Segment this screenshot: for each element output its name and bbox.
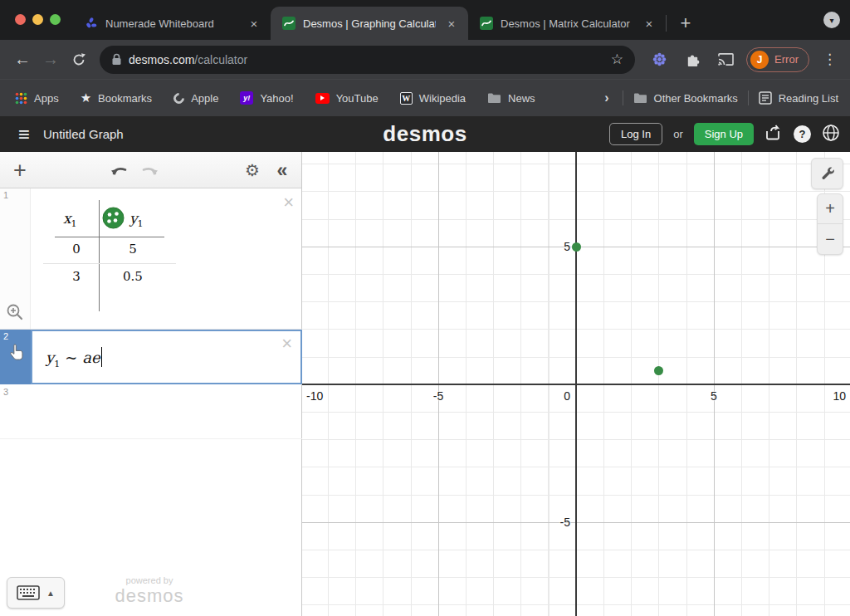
bookmark-label: Wikipedia bbox=[419, 92, 466, 105]
tab-desmos-matrix[interactable]: Desmos | Matrix Calculator × bbox=[468, 7, 666, 40]
y-tick-label: -5 bbox=[560, 516, 570, 529]
tabs: Numerade Whiteboard × Desmos | Graphing … bbox=[73, 7, 667, 40]
language-globe-icon[interactable] bbox=[822, 124, 840, 145]
hand-cursor-icon bbox=[9, 344, 23, 364]
reading-list[interactable]: Reading List bbox=[759, 91, 838, 105]
undo-button[interactable] bbox=[106, 152, 133, 188]
graph-title[interactable]: Untitled Graph bbox=[43, 127, 124, 141]
delete-row-icon[interactable]: × bbox=[281, 333, 292, 354]
numerade-favicon bbox=[85, 17, 98, 30]
desmos-favicon bbox=[480, 17, 493, 30]
tab-search-button[interactable]: ▾ bbox=[823, 12, 840, 28]
bookmark-youtube[interactable]: YouTube bbox=[315, 92, 379, 105]
desmos-favicon bbox=[282, 17, 296, 30]
graph-settings-wrench-button[interactable] bbox=[811, 158, 843, 189]
bookmark-bookmarks[interactable]: ★ Bookmarks bbox=[81, 90, 152, 105]
bookmark-label: Apps bbox=[34, 92, 59, 105]
redo-button[interactable] bbox=[136, 152, 163, 188]
bookmark-label: Apple bbox=[191, 92, 218, 105]
tab-close-icon[interactable]: × bbox=[246, 15, 262, 32]
profile-avatar: J bbox=[750, 51, 769, 69]
bookmarks-overflow-chevron[interactable]: › bbox=[601, 90, 612, 105]
url-path: /calculator bbox=[194, 53, 247, 66]
table-column-header-y1[interactable]: y1 bbox=[129, 210, 144, 229]
expression-input[interactable]: y1 ~ ae × bbox=[31, 330, 302, 384]
toolbar-extension-icons: J Error ⋮ bbox=[647, 47, 842, 72]
bookmark-label: Other Bookmarks bbox=[654, 92, 738, 105]
address-bar[interactable]: desmos.com/calculator ☆ bbox=[100, 46, 635, 74]
delete-row-icon[interactable]: × bbox=[283, 192, 294, 213]
zoom-out-button[interactable]: − bbox=[818, 224, 843, 254]
profile-status-label: Error bbox=[774, 53, 799, 66]
minimize-window-button[interactable] bbox=[32, 14, 43, 25]
cast-icon[interactable] bbox=[713, 47, 738, 72]
tab-title: Desmos | Matrix Calculator bbox=[501, 17, 633, 30]
new-tab-button[interactable]: + bbox=[673, 11, 698, 36]
x-tick-label: 5 bbox=[711, 389, 717, 403]
tab-close-icon[interactable]: × bbox=[641, 15, 657, 32]
table-cell[interactable]: 0 bbox=[60, 242, 93, 257]
table-cell[interactable]: 0.5 bbox=[116, 269, 149, 284]
keyboard-toggle-button[interactable]: ▲ bbox=[7, 577, 65, 609]
data-point[interactable] bbox=[654, 366, 663, 375]
tab-numerade-whiteboard[interactable]: Numerade Whiteboard × bbox=[73, 7, 271, 40]
tab-separator bbox=[666, 15, 667, 32]
log-in-button[interactable]: Log In bbox=[609, 123, 662, 145]
divider bbox=[748, 90, 749, 105]
bookmark-apple[interactable]: Apple bbox=[173, 92, 218, 105]
sign-up-button[interactable]: Sign Up bbox=[694, 123, 754, 145]
reading-list-icon bbox=[759, 91, 772, 105]
row-index: 1 bbox=[3, 190, 8, 200]
extension-flower-icon[interactable] bbox=[647, 47, 672, 72]
folder-icon bbox=[633, 92, 647, 104]
table-column-header-x1[interactable]: x1 bbox=[63, 210, 77, 229]
other-bookmarks[interactable]: Other Bookmarks bbox=[633, 92, 738, 105]
extensions-puzzle-icon[interactable] bbox=[680, 47, 705, 72]
add-expression-button[interactable]: + bbox=[7, 152, 33, 188]
star-icon: ★ bbox=[81, 90, 91, 105]
point-style-icon[interactable] bbox=[102, 207, 125, 229]
y-tick-label: 5 bbox=[564, 240, 570, 253]
divider bbox=[623, 90, 623, 105]
share-icon[interactable] bbox=[765, 125, 783, 144]
expression-row-selected[interactable]: 2 y1 ~ ae × bbox=[0, 330, 302, 384]
data-point[interactable] bbox=[572, 242, 581, 252]
keyboard-icon bbox=[17, 585, 40, 600]
profile-chip[interactable]: J Error bbox=[746, 47, 809, 72]
bookmark-star-icon[interactable]: ☆ bbox=[608, 51, 627, 68]
zoom-controls: + − bbox=[817, 193, 843, 255]
hamburger-menu-icon[interactable]: ≡ bbox=[10, 123, 38, 146]
zoom-in-button[interactable]: + bbox=[818, 194, 843, 224]
table-cell[interactable]: 5 bbox=[116, 242, 149, 257]
x-tick-label: 10 bbox=[833, 389, 846, 403]
bookmark-wikipedia[interactable]: W Wikipedia bbox=[400, 92, 466, 105]
browser-menu-icon[interactable]: ⋮ bbox=[818, 51, 842, 68]
expression-toolbar: + ⚙ « bbox=[0, 152, 301, 188]
url-domain: desmos.com bbox=[129, 53, 194, 66]
folder-icon bbox=[487, 92, 501, 104]
row-index: 2 bbox=[3, 331, 8, 341]
bookmark-news[interactable]: News bbox=[487, 92, 535, 105]
help-icon[interactable]: ? bbox=[794, 125, 811, 143]
bookmark-yahoo[interactable]: y! Yahoo! bbox=[240, 91, 293, 105]
zoom-fit-button[interactable] bbox=[6, 303, 24, 325]
bookmark-apps[interactable]: Apps bbox=[15, 92, 59, 105]
maximize-window-button[interactable] bbox=[50, 14, 61, 25]
table-cell[interactable]: 3 bbox=[60, 269, 93, 284]
bookmark-label: Reading List bbox=[779, 92, 838, 105]
graph-settings-button[interactable]: ⚙ bbox=[239, 152, 266, 188]
expression-row-empty[interactable]: 3 bbox=[0, 384, 302, 439]
graph-canvas[interactable]: + − -10-505105-5 bbox=[302, 152, 850, 616]
close-window-button[interactable] bbox=[15, 14, 26, 25]
expression-row-table[interactable]: 1 x1 y1 0 5 3 0.5 × bbox=[0, 188, 302, 330]
forward-button[interactable]: → bbox=[37, 46, 65, 74]
tab-close-icon[interactable]: × bbox=[443, 15, 460, 32]
apps-grid-icon bbox=[15, 92, 27, 105]
back-button[interactable]: ← bbox=[8, 46, 37, 74]
tab-desmos-graphing[interactable]: Desmos | Graphing Calculator × bbox=[271, 7, 468, 40]
reload-button[interactable] bbox=[65, 46, 93, 74]
collapse-panel-button[interactable]: « bbox=[269, 152, 296, 188]
youtube-icon bbox=[315, 93, 330, 104]
row-gutter-selected[interactable]: 2 bbox=[0, 330, 31, 384]
table-column-divider bbox=[99, 200, 100, 311]
